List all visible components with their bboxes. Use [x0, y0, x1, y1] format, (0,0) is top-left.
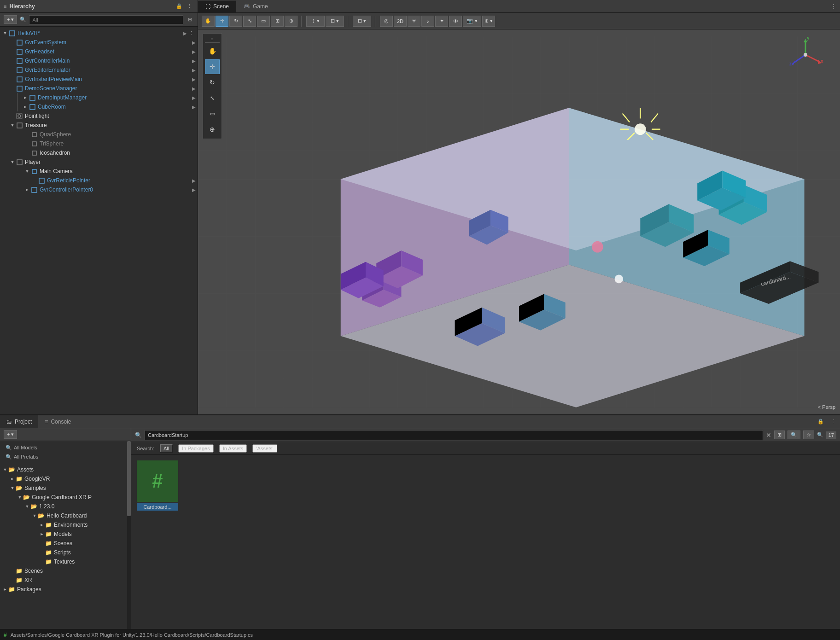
sidebar-packages[interactable]: 📁 Packages — [0, 585, 131, 594]
tree-item-pointLight[interactable]: Point light — [0, 111, 198, 121]
search-filter-btn[interactable]: 🔍 — [788, 431, 800, 439]
expand-cubeRoom[interactable] — [22, 104, 29, 110]
sidebar-all-models[interactable]: 🔍 All Models — [0, 443, 131, 452]
rotate-tool-btn[interactable]: ↻ — [229, 16, 242, 27]
expand-helloVR[interactable] — [2, 30, 8, 36]
expand-packages[interactable] — [2, 586, 8, 593]
search-expand-btn[interactable]: ⊞ — [774, 431, 785, 439]
sidebar-textures[interactable]: 📁 Textures — [0, 557, 131, 566]
expand-demoInputManager[interactable] — [22, 94, 29, 101]
tree-item-gvrReticlePointer[interactable]: GvrReticlePointer ▶ — [0, 176, 198, 185]
sidebar-scenes-top[interactable]: 📁 Scenes — [0, 566, 131, 576]
gizmos-btn[interactable]: ⊕ ▾ — [482, 16, 495, 27]
bottom-menu-btn[interactable]: ⋮ — [828, 419, 840, 425]
rect-tool-btn[interactable]: ▭ — [257, 16, 270, 27]
asset-cardboard-startup[interactable]: # Cardboard... — [137, 460, 178, 511]
tree-item-demoInputManager[interactable]: DemoInputManager ▶ — [20, 93, 198, 102]
tree-item-mainCamera[interactable]: Main Camera — [0, 167, 198, 176]
hierarchy-add-btn[interactable]: + ▾ — [4, 15, 17, 24]
expand-treasure[interactable] — [9, 122, 16, 128]
expand-mainCamera[interactable] — [24, 168, 30, 175]
sidebar-googlevr[interactable]: 📁 GoogleVR — [0, 474, 131, 483]
sidebar-scrollbar[interactable] — [127, 441, 131, 629]
expand-assets[interactable] — [2, 466, 8, 473]
tree-item-helloVR[interactable]: HelloVR* ▶ ⋮ — [0, 29, 198, 38]
sidebar-all-prefabs[interactable]: 🔍 All Prefabs — [0, 452, 131, 461]
sidebar-environments[interactable]: 📁 Environments — [0, 520, 131, 529]
project-add-btn[interactable]: + ▾ — [4, 430, 17, 439]
scene-tabs-more[interactable]: ⋮ — [827, 3, 840, 10]
scene-viewport[interactable]: cardboard... — [198, 29, 840, 414]
filter-in-packages-btn[interactable]: In Packages — [178, 444, 214, 453]
viewport-rotate-btn[interactable]: ↻ — [205, 75, 220, 90]
move-tool-btn[interactable]: ✛ — [216, 16, 228, 27]
expand-player[interactable] — [9, 159, 16, 165]
scene-gizmo[interactable]: y x z — [785, 34, 831, 80]
tree-item-player[interactable]: Player — [0, 157, 198, 167]
tree-item-gvrInstantPreviewMain[interactable]: GvrInstantPreviewMain ▶ — [0, 75, 198, 84]
project-search-input[interactable] — [145, 430, 763, 440]
snap-btn[interactable]: ⊟ ▾ — [353, 16, 371, 27]
tree-item-demoSceneManager[interactable]: DemoSceneManager ▶ — [0, 84, 198, 93]
search-clear-btn[interactable]: ✕ — [766, 431, 771, 439]
filter-assets-quotes-btn[interactable]: 'Assets' — [252, 444, 277, 453]
sidebar-hello-cardboard[interactable]: 📂 Hello Cardboard — [0, 511, 131, 520]
tree-item-quadSphere[interactable]: QuadSphere — [0, 130, 198, 139]
tree-item-icosahedron[interactable]: Icosahedron — [0, 148, 198, 157]
search-star-btn[interactable]: ☆ — [803, 431, 814, 439]
pivot-btn[interactable]: ⊹ ▾ — [306, 16, 325, 27]
sidebar-samples[interactable]: 📂 Samples — [0, 483, 131, 493]
sidebar-models[interactable]: 📁 Models — [0, 529, 131, 539]
expand-gcxrp[interactable] — [17, 494, 23, 500]
viewport-rect-btn[interactable]: ▭ — [205, 106, 220, 121]
expand-models[interactable] — [39, 531, 45, 537]
tree-item-gvrControllerPointer0[interactable]: GvrControllerPointer0 ▶ — [0, 185, 198, 194]
sidebar-scenes-sub[interactable]: 📁 Scenes — [0, 539, 131, 548]
tab-project[interactable]: 🗂 Project — [0, 415, 38, 428]
render-mode-btn[interactable]: ◎ — [380, 16, 393, 27]
tree-item-gvrHeadset[interactable]: GvrHeadset ▶ — [0, 47, 198, 56]
tab-game[interactable]: 🎮 Game — [236, 0, 275, 13]
tree-item-gvrEventSystem[interactable]: GvrEventSystem ▶ — [0, 38, 198, 47]
hierarchy-search-input[interactable] — [29, 15, 183, 24]
viewport-scale-btn[interactable]: ⤡ — [205, 91, 220, 105]
helloVR-more[interactable]: ⋮ — [187, 29, 196, 37]
hand-tool-btn[interactable]: ✋ — [202, 16, 215, 27]
tab-scene[interactable]: ⛶ Scene — [198, 0, 236, 13]
camera-btn[interactable]: 📷 ▾ — [463, 16, 481, 27]
lighting-btn[interactable]: ☀ — [408, 16, 420, 27]
hierarchy-options-btn[interactable]: ⊞ — [186, 16, 194, 23]
expand-gvrControllerPointer0[interactable] — [24, 186, 30, 193]
tree-item-cubeRoom[interactable]: CubeRoom ▶ — [20, 102, 198, 111]
transform-tool-btn[interactable]: ⊞ — [271, 16, 284, 27]
expand-samples[interactable] — [9, 485, 16, 491]
scene-vis-btn[interactable]: 👁 — [449, 16, 462, 27]
expand-environments[interactable] — [39, 522, 45, 528]
tree-item-gvrEditorEmulator[interactable]: GvrEditorEmulator ▶ — [0, 65, 198, 75]
extra-tool-btn[interactable]: ⊕ — [285, 16, 298, 27]
sidebar-scroll-thumb[interactable] — [127, 441, 131, 516]
2d-btn[interactable]: 2D — [394, 16, 407, 27]
viewport-move-btn[interactable]: ✛ — [205, 59, 220, 74]
audio-btn[interactable]: ♪ — [421, 16, 434, 27]
expand-version[interactable] — [24, 503, 30, 510]
filter-all-btn[interactable]: All — [160, 444, 173, 453]
sidebar-xr[interactable]: 📁 XR — [0, 576, 131, 585]
viewport-hand-btn[interactable]: ✋ — [205, 44, 220, 58]
global-btn[interactable]: ⊡ ▾ — [326, 16, 344, 27]
sidebar-assets[interactable]: 📂 Assets — [0, 465, 131, 474]
tab-console[interactable]: ≡ Console — [38, 415, 77, 428]
tree-item-triSphere[interactable]: TriSphere — [0, 139, 198, 148]
expand-hello-cardboard[interactable] — [31, 512, 38, 519]
sidebar-gcxrp[interactable]: 📂 Google Cardboard XR P — [0, 493, 131, 502]
bottom-lock-icon[interactable]: 🔒 — [814, 419, 828, 425]
scale-tool-btn[interactable]: ⤡ — [243, 16, 256, 27]
hierarchy-menu-btn[interactable]: ⋮ — [185, 2, 194, 10]
fx-btn[interactable]: ✦ — [435, 16, 448, 27]
filter-in-assets-btn[interactable]: In Assets — [219, 444, 247, 453]
tree-item-gvrControllerMain[interactable]: GvrControllerMain ▶ — [0, 56, 198, 65]
sidebar-version[interactable]: 📂 1.23.0 — [0, 502, 131, 511]
hierarchy-lock-icon[interactable]: 🔒 — [176, 3, 182, 9]
expand-googlevr[interactable] — [9, 476, 16, 482]
sidebar-scripts[interactable]: 📁 Scripts — [0, 548, 131, 557]
